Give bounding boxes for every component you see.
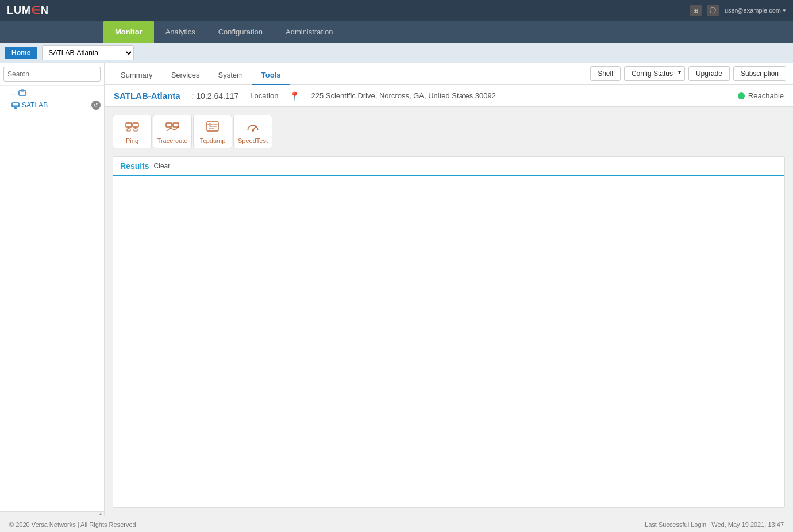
breadcrumb-bar: Home SATLAB-Atlanta [0,43,793,63]
results-body [113,176,784,507]
svg-point-16 [177,126,179,128]
results-section: Results Clear [113,156,785,508]
reachable-status: Reachable [738,91,784,100]
main-nav: Monitor Analytics Configuration Administ… [0,21,793,43]
config-status-button[interactable]: Config Status [624,66,685,81]
tab-tools[interactable]: Tools [252,66,290,85]
tcpdump-label: Tcpdump [200,137,226,144]
tab-system[interactable]: System [209,66,252,85]
sidebar-item-label: SATLAB [22,101,48,109]
footer: © 2020 Versa Networks | All Rights Reser… [0,516,793,532]
svg-rect-12 [134,129,137,131]
tabs: Summary Services System Tools [111,66,290,84]
nav-monitor[interactable]: Monitor [103,21,154,43]
shell-button[interactable]: Shell [590,66,621,81]
svg-rect-11 [127,129,130,131]
tab-bar: Summary Services System Tools Shell Conf… [105,63,793,85]
device-icon [11,101,20,109]
tools-icons: Ping Traceroute [113,115,785,148]
tab-services[interactable]: Services [162,66,209,85]
results-clear-button[interactable]: Clear [154,162,171,170]
search-input[interactable] [3,67,101,82]
status-dot [738,92,745,99]
sidebar-item-satlab[interactable]: SATLAB ↺ [0,99,104,111]
device-info-bar: SATLAB-Atlanta : 10.2.64.117 Location 📍 … [105,85,793,107]
content-area: └─ SATLAB ↺ [0,63,793,516]
nav-analytics[interactable]: Analytics [154,21,207,43]
tab-summary[interactable]: Summary [111,66,162,85]
results-title: Results [120,161,149,171]
home-button[interactable]: Home [5,47,37,59]
sidebar: └─ SATLAB ↺ [0,63,105,516]
footer-last-login: Last Successful Login : Wed, May 19 2021… [645,521,784,528]
ping-button[interactable]: Ping [113,115,152,148]
user-info[interactable]: user@example.com ▾ [725,7,786,14]
subscription-button[interactable]: Subscription [733,66,786,81]
upgrade-button[interactable]: Upgrade [688,66,730,81]
device-name: SATLAB-Atlanta [114,91,180,101]
top-right-controls: ⊞ ⓘ user@example.com ▾ [690,5,786,16]
footer-copyright: © 2020 Versa Networks | All Rights Reser… [9,521,136,528]
svg-rect-2 [12,103,19,107]
logo-accent: ∈ [31,5,41,16]
svg-rect-6 [126,123,132,127]
status-label: Reachable [748,91,784,100]
speedtest-icon [245,119,261,135]
main-panel: Summary Services System Tools Shell Conf… [105,63,793,516]
speedtest-label: SpeedTest [238,137,268,144]
speedtest-button[interactable]: SpeedTest [233,115,272,148]
device-select[interactable]: SATLAB-Atlanta [42,45,134,60]
traceroute-icon [164,119,180,135]
sidebar-resize-handle[interactable]: ▲ [0,511,104,516]
tab-actions: Shell Config Status Upgrade Subscription [590,63,786,84]
results-header: Results Clear [113,157,784,176]
svg-point-23 [252,129,254,132]
tree-connector: └─ [8,91,16,97]
tcpdump-icon [205,119,221,135]
svg-rect-7 [133,123,138,127]
info-icon[interactable]: ⓘ [707,5,719,16]
ping-label: Ping [126,137,138,144]
device-ip: : 10.2.64.117 [192,91,239,101]
location-label: Location [250,91,278,100]
location-value: 225 Scientific Drive, Norcross, GA, Unit… [311,91,496,100]
nav-configuration[interactable]: Configuration [207,21,274,43]
top-navbar: LUM∈N ⊞ ⓘ user@example.com ▾ [0,0,793,21]
tree-icon [18,89,26,99]
tree-root: └─ [0,89,104,99]
svg-rect-13 [166,123,172,127]
tcpdump-button[interactable]: Tcpdump [193,115,232,148]
ping-icon [124,119,140,135]
grid-icon[interactable]: ⊞ [690,5,702,16]
traceroute-button[interactable]: Traceroute [153,115,192,148]
sidebar-tree: └─ SATLAB ↺ [0,86,104,511]
refresh-icon[interactable]: ↺ [91,101,101,110]
traceroute-label: Traceroute [157,137,188,144]
app-logo: LUM∈N [7,4,49,17]
user-display: user@example.com ▾ [725,7,786,14]
location-pin-icon: 📍 [290,91,299,101]
nav-administration[interactable]: Administration [274,21,344,43]
tools-panel: Ping Traceroute [105,107,793,516]
sidebar-search-container [0,63,104,86]
